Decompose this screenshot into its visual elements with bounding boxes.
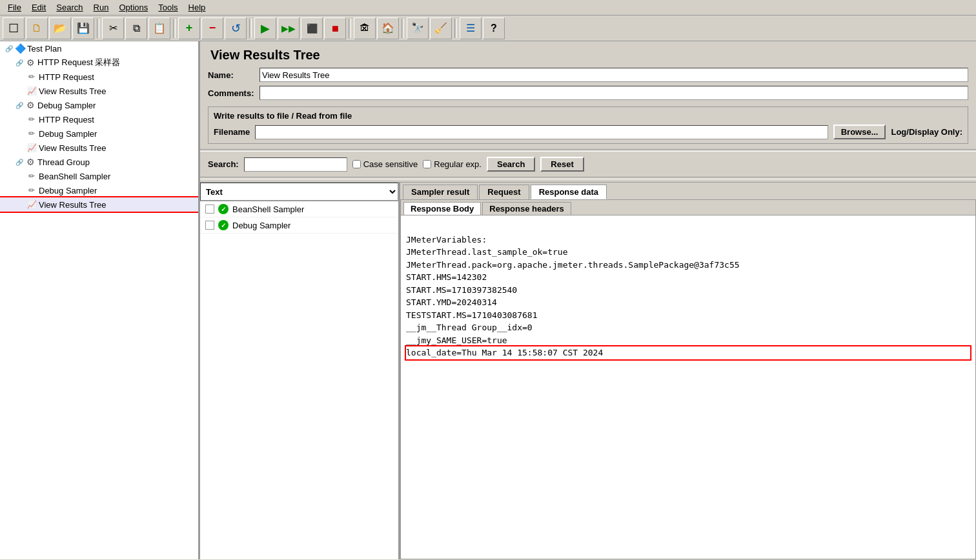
undo-button[interactable]: ↺ [225,17,247,39]
tree-item-label-beanshell: BeanShell Sampler [39,172,110,181]
rotate-icon: ↺ [231,21,241,35]
remove-button[interactable]: − [201,17,223,39]
regular-exp-checkbox[interactable] [423,160,431,168]
case-sensitive-checkbox[interactable] [352,160,361,168]
pin-icon-3: 🔗 [15,102,23,109]
menu-file[interactable]: File [3,1,26,14]
menu-search[interactable]: Search [51,1,88,14]
tree-item-label-http-request-1: HTTP Request [39,72,94,82]
tree-item-thread-group[interactable]: 🔗 ⚙ Thread Group [0,155,198,169]
help-icon: ? [491,23,497,34]
menu-options[interactable]: Options [114,1,153,14]
template-icon: 🗋 [32,23,42,34]
menu-edit[interactable]: Edit [26,1,51,14]
regular-exp-label[interactable]: Regular exp. [423,159,482,169]
tree-item-label-http-request-2: HTTP Request [39,115,94,125]
pin-icon-4: 🔗 [15,159,23,166]
copy-icon: ⧉ [133,23,140,34]
play-start-icon: ▶▶ [281,23,296,34]
stop-all-icon: ⬛ [307,23,318,34]
pencil-icon-1: ✏ [26,71,37,83]
open-button[interactable]: 📂 [49,17,71,39]
tree-item-label-vrt-1: View Results Tree [39,86,107,96]
search-button[interactable]: Search [487,157,535,172]
tree-item-debug-sampler-1[interactable]: 🔗 ⚙ Debug Sampler [0,98,198,112]
tree-item-http-sampler-1[interactable]: 🔗 ⚙ HTTP Request 采样器 [0,55,198,70]
menubar: File Edit Search Run Options Tools Help [0,0,976,15]
response-line-3: JMeterThread.pack=org.apache.jmeter.thre… [406,259,970,272]
tab-request[interactable]: Request [479,185,529,199]
text-dropdown[interactable]: Text RegExp Tester CSS/JQuery Tester XPa… [200,183,398,201]
tree-item-http-request-2[interactable]: ✏ HTTP Request [0,112,198,126]
tree-item-beanshell[interactable]: ✏ BeanShell Sampler [0,169,198,183]
tree-item-label-test-plan: Test Plan [27,44,61,54]
case-sensitive-label[interactable]: Case sensitive [352,159,418,169]
save-button[interactable]: 💾 [72,17,94,39]
tree-item-test-plan[interactable]: 🔗 🔷 Test Plan [0,41,198,55]
copy-button[interactable]: ⧉ [125,17,147,39]
new-button[interactable]: ☐ [3,17,25,39]
remote-stop-button[interactable]: 🏠 [377,17,399,39]
stop-all-button[interactable]: ⬛ [301,17,323,39]
comments-row: Comments: [208,86,968,100]
tree-item-debug-sampler-2[interactable]: ✏ Debug Sampler [0,183,198,197]
gear-icon-3: ⚙ [25,156,36,168]
search-bar: Search: Case sensitive Regular exp. Sear… [200,154,976,174]
tree-item-debug-inner[interactable]: ✏ Debug Sampler [0,126,198,141]
tab-sampler-result[interactable]: Sampler result [403,185,478,199]
search-toolbar-button[interactable]: 🔭 [407,17,429,39]
tab-bar: Sampler result Request Response data [400,183,976,199]
binoculars-icon: 🔭 [411,22,424,34]
tree-item-http-request-1[interactable]: ✏ HTTP Request [0,70,198,84]
sampler-item-debug[interactable]: ✓ Debug Sampler [200,217,398,234]
add-button[interactable]: + [178,17,200,39]
menu-run[interactable]: Run [88,1,114,14]
success-icon-debug: ✓ [218,220,229,230]
tree-item-label-debug-inner: Debug Sampler [39,129,97,139]
response-line-8: __jm__Thread Group__idx=0 [406,321,970,334]
menu-help[interactable]: Help [183,1,211,14]
comments-input[interactable] [259,86,968,100]
testplan-icon: 🔷 [14,43,26,54]
main-container: 🔗 🔷 Test Plan 🔗 ⚙ HTTP Request 采样器 ✏ HTT… [0,41,976,559]
menu-tools[interactable]: Tools [153,1,183,14]
template-button[interactable]: 🗋 [26,17,48,39]
paste-button[interactable]: 📋 [148,17,170,39]
name-input[interactable] [259,68,968,82]
start-no-pauses-button[interactable]: ▶▶ [278,17,300,39]
tree-item-vrt-3[interactable]: 📈 View Results Tree [0,197,198,212]
plus-icon: + [186,21,193,35]
sub-tab-response-body[interactable]: Response Body [403,202,481,215]
help-button[interactable]: ? [483,17,505,39]
tree-item-label-vrt-3: View Results Tree [39,200,107,210]
clear-all-button[interactable]: 🧹 [430,17,452,39]
search-input[interactable] [244,157,347,172]
toolbar-separator-4 [349,19,351,38]
pencil-icon-2: ✏ [26,114,37,125]
sub-tab-response-headers[interactable]: Response headers [482,202,571,215]
browse-button[interactable]: Browse... [833,125,886,139]
start-button[interactable]: ▶ [254,17,276,39]
reset-button[interactable]: Reset [540,157,584,172]
tree-item-vrt-2[interactable]: 📈 View Results Tree [0,141,198,155]
response-line-2: JMeterThread.last_sample_ok=true [406,246,970,259]
stop-icon: ⏹ [330,23,340,34]
tab-response-data[interactable]: Response data [531,185,607,199]
tree-item-label-thread-group: Thread Group [37,157,90,167]
sampler-item-beanshell[interactable]: ✓ BeanShell Sampler [200,201,398,217]
stop-button[interactable]: ⏹ [324,17,346,39]
regular-exp-text: Regular exp. [434,159,482,169]
tab-content: Response Body Response headers JMeterVar… [400,199,976,559]
case-sensitive-text: Case sensitive [363,159,418,169]
function-helper-button[interactable]: ☰ [460,17,482,39]
remote-start-button[interactable]: 🏚 [354,17,376,39]
filename-input[interactable] [255,125,828,139]
success-icon-beanshell: ✓ [218,204,229,214]
sampler-label-debug: Debug Sampler [232,221,290,230]
sampler-list: ✓ BeanShell Sampler ✓ Debug Sampler [200,201,398,559]
tree-item-vrt-1[interactable]: 📈 View Results Tree [0,84,198,98]
divider-2 [200,177,976,179]
toolbar-separator-5 [402,19,404,38]
cut-button[interactable]: ✂ [102,17,124,39]
response-line-6: START.YMD=20240314 [406,296,970,309]
